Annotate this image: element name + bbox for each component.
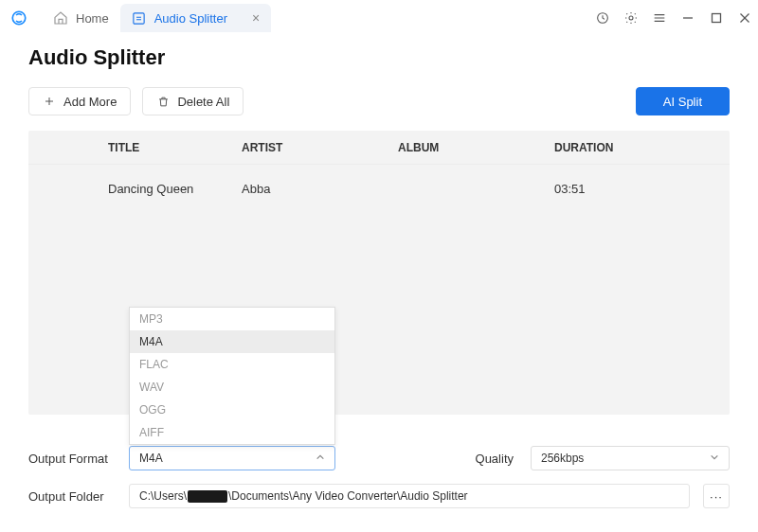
minimize-button[interactable]: [680, 10, 695, 26]
app-logo-icon: [9, 9, 28, 27]
menu-icon[interactable]: [652, 10, 667, 26]
plus-icon: [43, 95, 56, 108]
titlebar: Home Audio Splitter ×: [0, 0, 758, 36]
ai-split-button[interactable]: AI Split: [636, 87, 730, 115]
output-format-dropdown[interactable]: MP3M4AFLACWAVOGGAIFF: [129, 307, 335, 445]
history-icon[interactable]: [595, 10, 610, 26]
output-format-select[interactable]: M4A: [129, 446, 335, 470]
audio-splitter-tab-icon: [132, 10, 147, 26]
tab-home-label: Home: [76, 11, 109, 26]
format-option-mp3[interactable]: MP3: [130, 308, 334, 330]
table-header: TITLE ARTIST ALBUM DURATION: [28, 131, 730, 165]
cell-title: Dancing Queen: [85, 182, 242, 196]
quality-select[interactable]: 256kbps: [531, 446, 730, 470]
format-option-ogg[interactable]: OGG: [130, 399, 334, 421]
format-option-m4a[interactable]: M4A: [130, 330, 334, 353]
svg-rect-1: [134, 12, 144, 23]
chevron-down-icon: [710, 452, 719, 465]
quality-label: Quality: [476, 452, 514, 466]
output-settings: Output Format M4A Quality 256kbps Output…: [0, 439, 758, 532]
tab-active-label: Audio Splitter: [154, 11, 227, 26]
output-format-label: Output Format: [28, 452, 116, 466]
format-option-flac[interactable]: FLAC: [130, 353, 334, 376]
add-more-button[interactable]: Add More: [28, 87, 131, 115]
toolbar: Add More Delete All AI Split: [28, 87, 730, 115]
format-option-wav[interactable]: WAV: [130, 376, 334, 399]
tab-audio-splitter[interactable]: Audio Splitter ×: [120, 4, 272, 32]
settings-icon[interactable]: [623, 10, 639, 26]
svg-point-3: [629, 16, 633, 20]
th-title: TITLE: [85, 141, 242, 154]
trash-icon: [156, 95, 170, 108]
output-folder-label: Output Folder: [28, 489, 116, 504]
th-artist: ARTIST: [242, 141, 398, 154]
browse-folder-button[interactable]: ···: [703, 484, 730, 508]
output-folder-input[interactable]: C:\Users\\Documents\Any Video Converter\…: [129, 484, 690, 508]
th-album: ALBUM: [398, 141, 554, 154]
close-button[interactable]: [737, 10, 752, 26]
redacted-username: [188, 490, 227, 503]
home-icon: [53, 10, 68, 26]
table-row[interactable]: Dancing Queen Abba 03:51: [28, 165, 730, 212]
svg-rect-5: [713, 14, 721, 23]
format-option-aiff[interactable]: AIFF: [130, 421, 334, 444]
window-controls: [595, 10, 752, 26]
tab-home[interactable]: Home: [42, 4, 120, 32]
cell-artist: Abba: [242, 182, 398, 196]
maximize-button[interactable]: [709, 10, 724, 26]
chevron-up-icon: [316, 452, 325, 465]
cell-duration: 03:51: [554, 182, 711, 196]
page-title: Audio Splitter: [28, 45, 730, 70]
tab-close-icon[interactable]: ×: [252, 10, 260, 26]
delete-all-button[interactable]: Delete All: [142, 87, 244, 115]
th-duration: DURATION: [554, 141, 711, 154]
